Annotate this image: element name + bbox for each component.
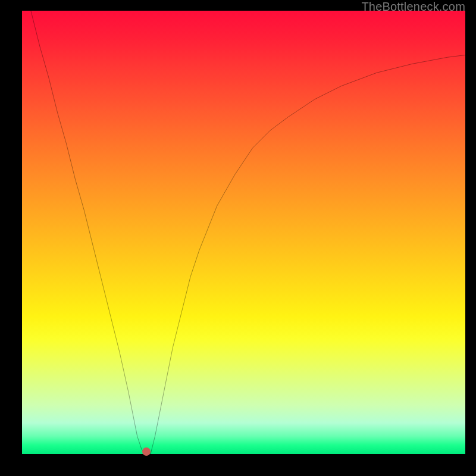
attribution-watermark: TheBottleneck.com	[361, 0, 465, 14]
chart-frame: TheBottleneck.com	[0, 0, 476, 476]
curve-path	[31, 11, 465, 454]
optimal-point-marker	[142, 447, 151, 456]
plot-area	[22, 11, 465, 454]
bottleneck-curve	[22, 11, 465, 454]
